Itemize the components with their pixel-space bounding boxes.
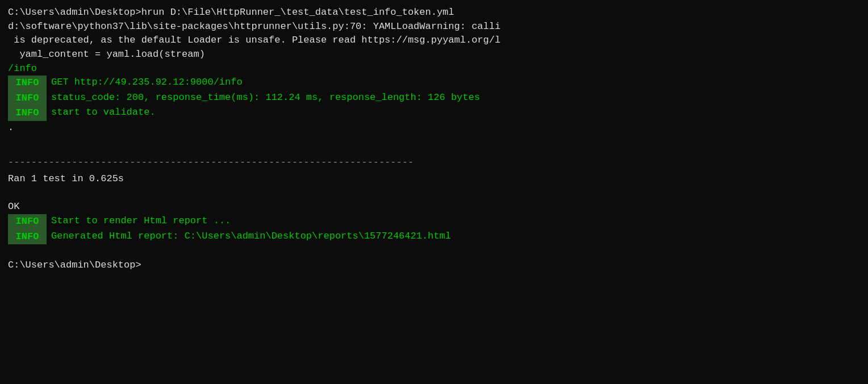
info-row: INFOstatus_code: 200, response_time(ms):… <box>8 91 860 106</box>
info-row: INFOGenerated Html report: C:\Users\admi… <box>8 229 860 245</box>
ran-line: Ran 1 test in 0.625s <box>8 172 860 186</box>
separator-line: ----------------------------------------… <box>8 156 860 170</box>
info-message: GET http://49.235.92.12:9000/info <box>51 76 860 90</box>
warning-line2: is deprecated, as the default Loader is … <box>8 34 860 48</box>
blank-line <box>8 244 860 258</box>
info-row: INFOStart to render Html report ... <box>8 214 860 229</box>
info-badge: INFO <box>8 76 47 91</box>
info-message: Start to render Html report ... <box>51 214 860 228</box>
warning-line3: yaml_content = yaml.load(stream) <box>8 48 860 62</box>
info-message: start to validate. <box>51 106 860 120</box>
blank-line <box>8 135 860 149</box>
info-message: Generated Html report: C:\Users\admin\De… <box>51 229 860 244</box>
info-path: /info <box>8 62 860 76</box>
warning-line1: d:\software\python37\lib\site-packages\h… <box>8 20 860 34</box>
cmd-line: C:\Users\admin\Desktop>hrun D:\File\Http… <box>8 6 860 20</box>
info-badge: INFO <box>8 91 47 106</box>
info-row: INFOstart to validate. <box>8 106 860 121</box>
dot-line: . <box>8 121 860 135</box>
prompt-line: C:\Users\admin\Desktop> <box>8 258 860 273</box>
info-badge: INFO <box>8 106 47 121</box>
blank-line <box>8 186 860 201</box>
info-message: status_code: 200, response_time(ms): 112… <box>51 91 860 105</box>
ok-line: OK <box>8 200 860 214</box>
terminal-container: C:\Users\admin\Desktop>hrun D:\File\Http… <box>8 6 860 273</box>
info-badge: INFO <box>8 214 47 229</box>
info-badge: INFO <box>8 229 47 245</box>
info-row: INFOGET http://49.235.92.12:9000/info <box>8 76 860 91</box>
